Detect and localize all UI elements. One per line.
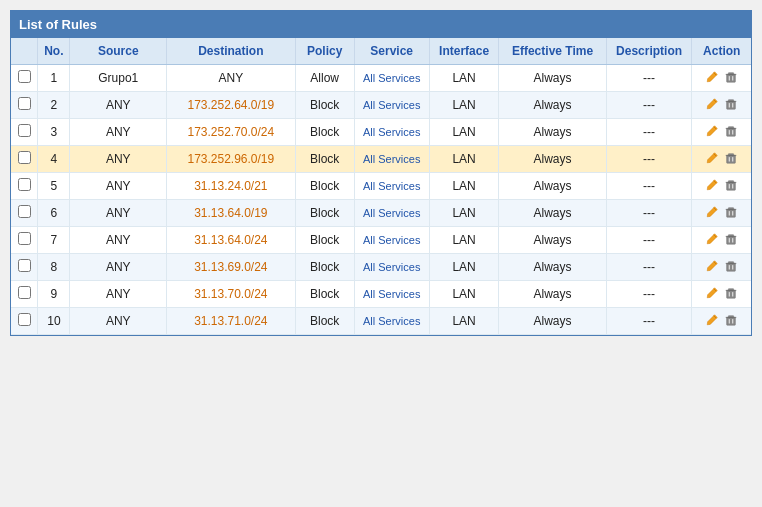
row-checkbox[interactable]	[18, 97, 31, 110]
row-destination[interactable]: 173.252.64.0/19	[166, 92, 295, 119]
row-policy: Block	[295, 308, 354, 335]
row-source: ANY	[70, 173, 167, 200]
edit-icon[interactable]	[704, 70, 720, 86]
destination-link[interactable]: 173.252.70.0/24	[187, 125, 274, 139]
row-checkbox[interactable]	[18, 70, 31, 83]
row-service: All Services	[354, 281, 429, 308]
row-effective-time: Always	[499, 119, 606, 146]
row-destination[interactable]: 31.13.70.0/24	[166, 281, 295, 308]
header-source: Source	[70, 38, 167, 65]
edit-icon[interactable]	[704, 232, 720, 248]
delete-icon[interactable]	[723, 286, 739, 302]
row-checkbox-cell	[11, 308, 38, 335]
service-text: All Services	[363, 180, 420, 192]
delete-icon[interactable]	[723, 313, 739, 329]
row-checkbox-cell	[11, 200, 38, 227]
row-checkbox[interactable]	[18, 286, 31, 299]
delete-icon[interactable]	[723, 97, 739, 113]
row-no: 1	[38, 65, 70, 92]
edit-icon[interactable]	[704, 178, 720, 194]
svg-rect-40	[727, 290, 736, 298]
row-service: All Services	[354, 173, 429, 200]
action-icons	[696, 232, 747, 248]
row-source: ANY	[70, 227, 167, 254]
svg-rect-25	[727, 209, 736, 217]
row-policy: Block	[295, 254, 354, 281]
edit-icon[interactable]	[704, 286, 720, 302]
row-checkbox[interactable]	[18, 259, 31, 272]
edit-icon[interactable]	[704, 151, 720, 167]
row-action	[692, 119, 751, 146]
row-description: ---	[606, 308, 692, 335]
service-text: All Services	[363, 234, 420, 246]
destination-link[interactable]: 173.252.64.0/19	[187, 98, 274, 112]
row-source: ANY	[70, 200, 167, 227]
row-interface: LAN	[429, 119, 499, 146]
row-effective-time: Always	[499, 65, 606, 92]
service-text: All Services	[363, 207, 420, 219]
row-source: ANY	[70, 254, 167, 281]
row-effective-time: Always	[499, 281, 606, 308]
action-icons	[696, 313, 747, 329]
svg-rect-0	[727, 74, 736, 82]
row-policy: Allow	[295, 65, 354, 92]
service-text: All Services	[363, 261, 420, 273]
table-row: 8ANY31.13.69.0/24BlockAll ServicesLANAlw…	[11, 254, 751, 281]
row-effective-time: Always	[499, 200, 606, 227]
row-policy: Block	[295, 92, 354, 119]
row-checkbox[interactable]	[18, 178, 31, 191]
destination-link[interactable]: 31.13.71.0/24	[194, 314, 267, 328]
edit-icon[interactable]	[704, 97, 720, 113]
row-destination[interactable]: 31.13.71.0/24	[166, 308, 295, 335]
row-destination[interactable]: 31.13.69.0/24	[166, 254, 295, 281]
delete-icon[interactable]	[723, 151, 739, 167]
row-destination[interactable]: 31.13.24.0/21	[166, 173, 295, 200]
destination-link[interactable]: 31.13.64.0/24	[194, 233, 267, 247]
delete-icon[interactable]	[723, 205, 739, 221]
row-checkbox[interactable]	[18, 313, 31, 326]
row-checkbox[interactable]	[18, 205, 31, 218]
row-destination[interactable]: 173.252.70.0/24	[166, 119, 295, 146]
row-policy: Block	[295, 281, 354, 308]
edit-icon[interactable]	[704, 313, 720, 329]
row-checkbox[interactable]	[18, 124, 31, 137]
row-no: 9	[38, 281, 70, 308]
table-row: 2ANY173.252.64.0/19BlockAll ServicesLANA…	[11, 92, 751, 119]
destination-link[interactable]: 173.252.96.0/19	[187, 152, 274, 166]
destination-link[interactable]: 31.13.24.0/21	[194, 179, 267, 193]
row-service: All Services	[354, 254, 429, 281]
action-icons	[696, 70, 747, 86]
destination-link[interactable]: 31.13.64.0/19	[194, 206, 267, 220]
row-action	[692, 92, 751, 119]
row-destination[interactable]: 31.13.64.0/24	[166, 227, 295, 254]
row-destination[interactable]: 173.252.96.0/19	[166, 146, 295, 173]
delete-icon[interactable]	[723, 259, 739, 275]
row-effective-time: Always	[499, 254, 606, 281]
action-icons	[696, 151, 747, 167]
edit-icon[interactable]	[704, 205, 720, 221]
service-text: All Services	[363, 315, 420, 327]
svg-rect-35	[727, 263, 736, 271]
row-checkbox[interactable]	[18, 232, 31, 245]
row-checkbox-cell	[11, 119, 38, 146]
delete-icon[interactable]	[723, 70, 739, 86]
row-destination[interactable]: 31.13.64.0/19	[166, 200, 295, 227]
row-checkbox[interactable]	[18, 151, 31, 164]
delete-icon[interactable]	[723, 124, 739, 140]
table-row: 6ANY31.13.64.0/19BlockAll ServicesLANAlw…	[11, 200, 751, 227]
row-service: All Services	[354, 65, 429, 92]
table-row: 10ANY31.13.71.0/24BlockAll ServicesLANAl…	[11, 308, 751, 335]
edit-icon[interactable]	[704, 259, 720, 275]
row-policy: Block	[295, 200, 354, 227]
edit-icon[interactable]	[704, 124, 720, 140]
svg-rect-15	[727, 155, 736, 163]
destination-link[interactable]: 31.13.70.0/24	[194, 287, 267, 301]
row-policy: Block	[295, 146, 354, 173]
delete-icon[interactable]	[723, 232, 739, 248]
action-icons	[696, 124, 747, 140]
destination-link[interactable]: 31.13.69.0/24	[194, 260, 267, 274]
header-checkbox-col	[11, 38, 38, 65]
row-destination: ANY	[166, 65, 295, 92]
delete-icon[interactable]	[723, 178, 739, 194]
header-interface: Interface	[429, 38, 499, 65]
